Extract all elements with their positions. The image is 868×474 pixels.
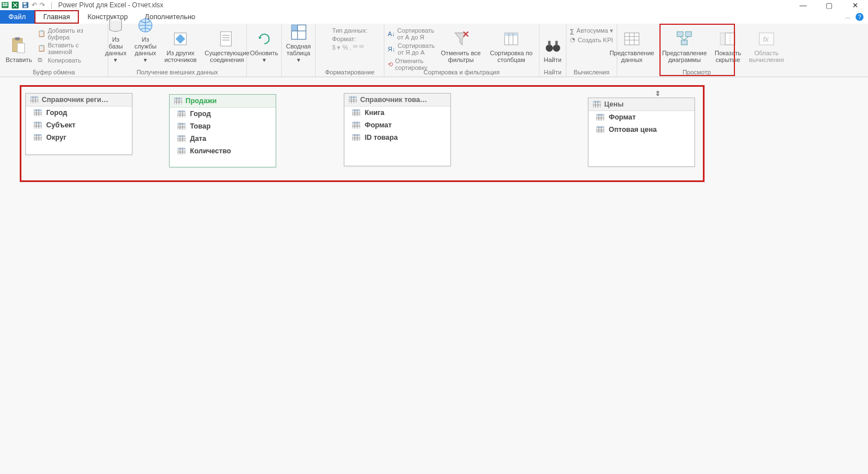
diagram-canvas[interactable]: Справочник реги…ГородСубъектОкругПродажи… bbox=[0, 77, 868, 474]
table-icon bbox=[30, 96, 38, 103]
maximize-button[interactable]: ▢ bbox=[816, 0, 842, 10]
table-field[interactable]: Город bbox=[26, 107, 132, 119]
pivot-table-icon bbox=[289, 23, 308, 42]
clear-filter-icon bbox=[451, 29, 471, 48]
group-calculations-label: Вычисления bbox=[574, 69, 609, 76]
table-header[interactable]: Цены bbox=[588, 98, 694, 111]
undo-icon[interactable]: ↶ bbox=[32, 1, 37, 9]
pivot-table-button[interactable]: Сводная таблица ▾ bbox=[284, 26, 313, 64]
paste-replace-button[interactable]: 📋Вставить с заменой bbox=[38, 42, 104, 55]
svg-rect-79 bbox=[178, 110, 185, 113]
column-icon bbox=[34, 134, 42, 141]
close-button[interactable]: ✕ bbox=[842, 0, 868, 10]
copy-icon: ⧉ bbox=[38, 56, 46, 64]
svg-rect-49 bbox=[30, 96, 38, 99]
refresh-button[interactable]: Обновить ▾ bbox=[248, 26, 281, 64]
column-icon bbox=[596, 126, 604, 133]
help-icon[interactable]: ? bbox=[856, 13, 863, 21]
table-field[interactable]: Округ bbox=[26, 131, 132, 144]
table-field[interactable]: Количество bbox=[170, 145, 276, 157]
table-sales[interactable]: ПродажиГородТоварДатаКоличество bbox=[169, 94, 276, 167]
group-sort-filter: A↓Сортировать от А до Я Я↓Сортировать от… bbox=[384, 24, 539, 77]
data-view-button[interactable]: Представление данных bbox=[607, 26, 656, 64]
svg-rect-2 bbox=[5, 3, 7, 5]
sort-columns-button[interactable]: Сортировка по столбцам bbox=[487, 26, 535, 64]
other-sources-icon bbox=[171, 29, 190, 48]
table-prices[interactable]: ЦеныФорматОптовая цена bbox=[588, 98, 695, 167]
table-icon bbox=[593, 101, 601, 108]
find-button[interactable]: Найти bbox=[541, 26, 565, 64]
table-goods[interactable]: Справочник това…КнигаФорматID товара bbox=[344, 93, 451, 166]
svg-rect-25 bbox=[504, 33, 517, 36]
svg-line-40 bbox=[680, 37, 684, 40]
table-icon bbox=[349, 96, 357, 103]
sort-az-button[interactable]: A↓Сортировать от А до Я bbox=[388, 27, 435, 41]
svg-rect-10 bbox=[17, 43, 25, 53]
group-clipboard-label: Буфер обмена bbox=[33, 69, 75, 76]
table-field[interactable]: Формат bbox=[344, 119, 450, 131]
table-field[interactable]: Субъект bbox=[26, 119, 132, 131]
sort-za-icon: Я↓ bbox=[388, 46, 395, 52]
tab-home[interactable]: Главная bbox=[34, 10, 79, 24]
svg-rect-19 bbox=[291, 25, 298, 31]
tab-file[interactable]: Файл bbox=[0, 10, 34, 24]
save-icon[interactable] bbox=[21, 1, 29, 9]
diagram-view-button[interactable]: Представление диаграммы bbox=[660, 26, 709, 64]
svg-rect-3 bbox=[3, 5, 8, 6]
table-title: Справочник реги… bbox=[42, 96, 108, 104]
refresh-icon bbox=[255, 29, 274, 48]
table-field[interactable]: Оптовая цена bbox=[588, 123, 694, 136]
create-kpi-button[interactable]: ◔Создать KPI bbox=[570, 36, 613, 43]
svg-rect-139 bbox=[596, 126, 604, 129]
svg-rect-67 bbox=[34, 134, 42, 136]
calc-area-button[interactable]: fxОбласть вычисления bbox=[747, 26, 786, 64]
clear-filters-button[interactable]: Отменить все фильтры bbox=[438, 26, 484, 64]
minimize-button[interactable]: — bbox=[790, 0, 816, 10]
table-field[interactable]: Дата bbox=[170, 132, 276, 145]
table-icon bbox=[174, 98, 182, 104]
column-icon bbox=[596, 114, 604, 121]
table-title: Продажи bbox=[185, 97, 217, 105]
powerpivot-app-icon bbox=[1, 1, 9, 9]
svg-rect-14 bbox=[220, 32, 231, 46]
table-header[interactable]: Продажи bbox=[170, 95, 276, 108]
field-label: Дата bbox=[190, 135, 206, 143]
redo-icon[interactable]: ↷ bbox=[39, 1, 45, 9]
existing-connections-button[interactable]: Существующие соединения bbox=[202, 26, 252, 64]
from-other-button[interactable]: Из других источников bbox=[162, 26, 199, 64]
table-title: Цены bbox=[604, 100, 623, 108]
svg-rect-6 bbox=[24, 3, 26, 5]
paste-button[interactable]: Вставить bbox=[3, 26, 34, 64]
ribbon: Вставить 📋Добавить из буфера 📋Вставить с… bbox=[0, 24, 868, 77]
window-title: Power Pivot для Excel - Отчет.xlsx bbox=[58, 1, 163, 9]
ribbon-collapse-icon[interactable]: ︿ bbox=[845, 13, 851, 21]
sort-za-button[interactable]: Я↓Сортировать от Я до А bbox=[388, 42, 435, 56]
table-field[interactable]: Товар bbox=[170, 120, 276, 132]
format-symbols[interactable]: $ ▾ % , ⁰⁰ ⁰⁰ bbox=[332, 44, 364, 51]
field-label: Книга bbox=[365, 109, 384, 117]
table-field[interactable]: Книга bbox=[344, 107, 450, 119]
copy-button[interactable]: ⧉Копировать bbox=[38, 56, 81, 64]
table-field[interactable]: Город bbox=[170, 108, 276, 120]
group-find: Найти Найти bbox=[539, 24, 566, 77]
database-icon bbox=[106, 16, 125, 35]
table-field[interactable]: ID товара bbox=[344, 131, 450, 144]
sort-columns-icon bbox=[502, 29, 521, 48]
field-label: Город bbox=[190, 110, 211, 118]
show-hidden-button[interactable]: Показать скрытые bbox=[712, 26, 743, 64]
data-type-label: Тип данных: bbox=[332, 27, 367, 34]
from-database-button[interactable]: Из базы данных ▾ bbox=[103, 26, 129, 64]
from-service-button[interactable]: Из службы данных ▾ bbox=[132, 26, 158, 64]
table-header[interactable]: Справочник реги… bbox=[26, 94, 132, 107]
table-regions[interactable]: Справочник реги…ГородСубъектОкруг bbox=[25, 93, 132, 155]
paste-from-buffer-button[interactable]: 📋Добавить из буфера bbox=[38, 27, 104, 41]
table-field[interactable]: Формат bbox=[588, 111, 694, 123]
svg-rect-85 bbox=[178, 123, 185, 125]
table-header[interactable]: Справочник това… bbox=[344, 94, 450, 107]
group-sort-filter-label: Сортировка и фильтрация bbox=[424, 69, 500, 76]
sort-az-icon: A↓ bbox=[388, 30, 395, 37]
group-refresh: Обновить ▾ bbox=[247, 24, 282, 77]
field-label: Оптовая цена bbox=[609, 126, 657, 134]
clipboard-replace-icon: 📋 bbox=[38, 45, 46, 52]
field-label: Субъект bbox=[46, 121, 76, 129]
